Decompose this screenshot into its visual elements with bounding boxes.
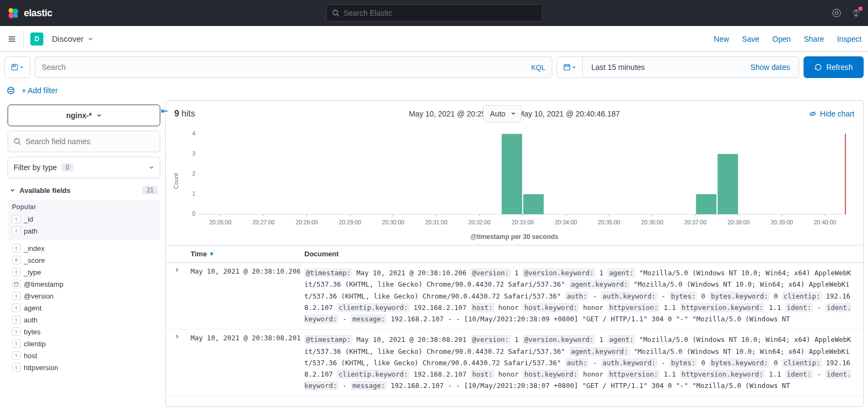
svg-point-6 xyxy=(833,9,840,17)
documents-table: Time▼ Document May 10, 2021 @ 20:38:10.2… xyxy=(166,245,863,406)
svg-line-20 xyxy=(19,143,21,145)
svg-text:20:33:00: 20:33:00 xyxy=(512,219,534,225)
field-type-icon: t xyxy=(12,315,21,324)
hide-chart-button[interactable]: Hide chart xyxy=(809,109,854,118)
field-item[interactable]: @timestamp xyxy=(12,278,156,290)
svg-point-7 xyxy=(835,11,838,14)
column-document[interactable]: Document xyxy=(304,250,854,258)
save-button[interactable]: Save xyxy=(742,35,759,43)
field-item[interactable]: #_score xyxy=(12,254,156,266)
svg-rect-21 xyxy=(14,282,18,286)
field-type-icon xyxy=(12,280,21,288)
filter-by-type[interactable]: Filter by type 0 xyxy=(8,157,160,178)
field-type-icon: t xyxy=(12,215,21,223)
svg-point-1 xyxy=(12,9,18,15)
svg-rect-11 xyxy=(12,64,18,70)
table-header: Time▼ Document xyxy=(166,245,863,263)
svg-point-0 xyxy=(9,8,14,13)
query-input-wrap: KQL xyxy=(35,56,552,78)
add-filter-button[interactable]: + Add filter xyxy=(22,86,58,95)
filter-options-icon[interactable] xyxy=(6,86,15,95)
fields-sidebar: ⇤ nginx-* Filter by type 0 Available fie… xyxy=(0,100,165,411)
show-dates-button[interactable]: Show dates xyxy=(750,63,790,72)
global-search-input[interactable] xyxy=(344,9,537,17)
field-name: agent xyxy=(24,304,42,312)
help-icon[interactable] xyxy=(831,8,842,18)
available-fields-label: Available fields xyxy=(19,186,70,195)
field-item[interactable]: tauth xyxy=(12,314,156,326)
svg-text:1: 1 xyxy=(192,191,195,197)
date-quick-select-button[interactable] xyxy=(557,56,583,78)
field-search-input[interactable] xyxy=(25,137,154,146)
fields-list: t_index#_scoret_type@timestampt@versiont… xyxy=(8,240,160,376)
expand-row-button[interactable] xyxy=(174,334,191,391)
main-area: ⇤ nginx-* Filter by type 0 Available fie… xyxy=(0,100,868,411)
brand-name: elastic xyxy=(24,8,53,19)
index-pattern-label: nginx-* xyxy=(66,111,92,120)
open-button[interactable]: Open xyxy=(772,35,791,43)
row-source: @timestamp: May 10, 2021 @ 20:38:10.206 … xyxy=(304,267,854,325)
svg-text:3: 3 xyxy=(192,151,195,157)
expand-row-button[interactable] xyxy=(174,267,191,325)
refresh-label: Refresh xyxy=(826,63,853,72)
svg-text:20:39:00: 20:39:00 xyxy=(771,219,793,225)
svg-rect-60 xyxy=(501,134,522,214)
field-type-icon: t xyxy=(12,351,21,360)
inspect-button[interactable]: Inspect xyxy=(837,35,862,43)
interval-select[interactable]: Auto xyxy=(483,105,521,122)
breadcrumb-label: Discover xyxy=(52,34,83,43)
svg-point-3 xyxy=(14,14,18,18)
svg-text:20:38:00: 20:38:00 xyxy=(727,219,749,225)
chart-ylabel: Count xyxy=(173,173,179,189)
row-source: @timestamp: May 10, 2021 @ 20:38:08.201 … xyxy=(304,334,854,391)
field-item[interactable]: thttpversion xyxy=(12,361,156,373)
new-button[interactable]: New xyxy=(714,35,729,43)
field-item[interactable]: tagent xyxy=(12,302,156,314)
refresh-button[interactable]: Refresh xyxy=(804,56,864,78)
field-item[interactable]: t_type xyxy=(12,266,156,278)
popular-fields: Popular t_idtpath xyxy=(8,200,160,240)
date-range[interactable]: Last 15 minutes Show dates xyxy=(583,56,799,78)
breadcrumb[interactable]: Discover xyxy=(52,34,93,43)
available-fields-header[interactable]: Available fields 21 xyxy=(8,183,160,198)
field-type-icon: # xyxy=(12,256,21,264)
global-header: elastic xyxy=(0,0,868,26)
svg-text:20:37:00: 20:37:00 xyxy=(684,219,707,225)
popular-label: Popular xyxy=(12,203,156,211)
newsfeed-icon[interactable] xyxy=(851,8,862,18)
svg-text:20:27:00: 20:27:00 xyxy=(252,219,275,225)
svg-point-2 xyxy=(9,12,15,18)
field-type-icon: t xyxy=(12,268,21,276)
field-item[interactable]: tbytes xyxy=(12,326,156,338)
field-item[interactable]: tclientip xyxy=(12,338,156,350)
field-name: @version xyxy=(24,292,54,300)
field-type-icon: t xyxy=(12,363,21,372)
field-item[interactable]: tpath xyxy=(12,225,156,237)
results-panel: 9 hits May 10, 2021 @ 20:25:46.187 - May… xyxy=(165,100,864,407)
field-name: _type xyxy=(24,268,41,276)
field-item[interactable]: t_index xyxy=(12,242,156,254)
field-item[interactable]: thost xyxy=(12,350,156,361)
svg-line-5 xyxy=(337,15,339,17)
share-button[interactable]: Share xyxy=(804,35,824,43)
saved-queries-button[interactable] xyxy=(4,56,30,78)
elastic-logo-icon xyxy=(6,7,19,20)
field-item[interactable]: t@version xyxy=(12,290,156,302)
field-type-icon: t xyxy=(12,292,21,300)
brand-logo[interactable]: elastic xyxy=(6,7,53,20)
global-search[interactable] xyxy=(326,4,543,22)
interval-value: Auto xyxy=(490,109,506,118)
histogram-chart[interactable]: Count 0123420:26:0020:27:0020:28:0020:29… xyxy=(166,127,863,235)
field-item[interactable]: t_id xyxy=(12,213,156,225)
query-language-button[interactable]: KQL xyxy=(531,63,545,72)
svg-text:20:34:00: 20:34:00 xyxy=(554,219,577,225)
query-input[interactable] xyxy=(42,63,531,72)
column-time[interactable]: Time▼ xyxy=(191,250,304,258)
field-type-icon: t xyxy=(12,303,21,312)
search-icon xyxy=(14,138,21,145)
search-icon xyxy=(332,9,340,17)
topbar-right xyxy=(831,8,862,18)
svg-text:20:26:00: 20:26:00 xyxy=(209,219,231,225)
nav-menu-button[interactable] xyxy=(6,30,24,48)
index-pattern-select[interactable]: nginx-* xyxy=(8,105,160,126)
